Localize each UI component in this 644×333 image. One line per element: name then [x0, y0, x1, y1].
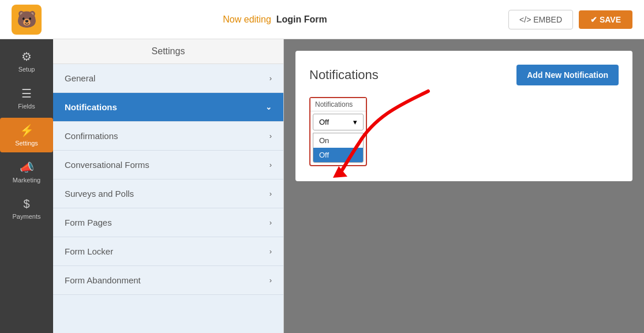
dropdown-chevron-icon: ▾: [353, 118, 357, 126]
dropdown-option-on[interactable]: On: [313, 133, 363, 148]
menu-label-surveys: Surveys and Polls: [65, 189, 134, 199]
sidebar-item-setup[interactable]: ⚙ Setup: [0, 44, 53, 78]
main-content: Notifications Add New Notification Notif…: [284, 39, 644, 333]
menu-label-notifications: Notifications: [65, 102, 117, 112]
menu-label-confirmations: Confirmations: [65, 131, 118, 141]
settings-tab-title: Settings: [152, 46, 185, 56]
logo-area: 🐻: [12, 5, 42, 35]
top-header: 🐻 Now editing Login Form </> EMBED ✔ SAV…: [0, 0, 644, 39]
add-notification-button[interactable]: Add New Notification: [516, 65, 619, 85]
menu-item-form-locker[interactable]: Form Locker ›: [53, 237, 283, 266]
menu-item-conversational[interactable]: Conversational Forms ›: [53, 151, 283, 179]
sidebar-item-fields[interactable]: ☰ Fields: [0, 81, 53, 115]
menu-label-form-locker: Form Locker: [65, 246, 113, 256]
fields-icon: ☰: [21, 87, 32, 100]
setup-icon: ⚙: [21, 50, 32, 63]
logo-icon: 🐻: [12, 5, 42, 35]
chevron-right-icon-2: ›: [269, 132, 272, 140]
svg-marker-0: [333, 166, 347, 178]
header-buttons: </> EMBED ✔ SAVE: [508, 10, 632, 29]
embed-button[interactable]: </> EMBED: [508, 10, 573, 29]
settings-icon: ⚡: [20, 124, 34, 137]
save-button[interactable]: ✔ SAVE: [579, 10, 632, 29]
menu-label-form-abandonment: Form Abandonment: [65, 275, 141, 285]
menu-item-surveys[interactable]: Surveys and Polls ›: [53, 179, 283, 208]
chevron-down-icon: ⌄: [265, 103, 272, 111]
chevron-right-icon-7: ›: [269, 276, 272, 285]
payments-icon: $: [23, 197, 29, 211]
sidebar-label-settings: Settings: [15, 140, 38, 147]
sidebar-label-payments: Payments: [13, 213, 41, 220]
chevron-right-icon-3: ›: [269, 160, 272, 169]
menu-item-general[interactable]: General ›: [53, 64, 283, 93]
sidebar-secondary: Settings General › Notifications ⌄ Confi…: [53, 39, 284, 333]
editing-prefix: Now editing: [223, 14, 271, 24]
notifications-panel-header: Notifications Add New Notification: [309, 65, 619, 85]
sidebar-label-fields: Fields: [18, 103, 35, 110]
menu-item-form-pages[interactable]: Form Pages ›: [53, 208, 283, 237]
widget-label: Notifications: [310, 98, 366, 111]
editing-label: Now editing Login Form: [223, 14, 327, 25]
dropdown-value: Off: [319, 118, 329, 126]
sidebar-dark: ⚙ Setup ☰ Fields ⚡ Settings 📣 Marketing …: [0, 39, 53, 333]
chevron-right-icon-6: ›: [269, 247, 272, 256]
sidebar-item-payments[interactable]: $ Payments: [0, 192, 53, 226]
sidebar-label-setup: Setup: [18, 66, 35, 73]
chevron-right-icon-5: ›: [269, 218, 272, 227]
marketing-icon: 📣: [20, 160, 34, 174]
sidebar-item-marketing[interactable]: 📣 Marketing: [0, 155, 53, 189]
dropdown-options: On Off: [313, 133, 364, 163]
notifications-widget: Notifications Off ▾ On Off: [309, 97, 367, 166]
menu-item-form-abandonment[interactable]: Form Abandonment ›: [53, 266, 283, 295]
notifications-panel-title: Notifications: [309, 68, 379, 83]
menu-item-confirmations[interactable]: Confirmations ›: [53, 122, 283, 151]
main-layout: ⚙ Setup ☰ Fields ⚡ Settings 📣 Marketing …: [0, 39, 644, 333]
menu-item-notifications[interactable]: Notifications ⌄: [53, 93, 283, 122]
chevron-right-icon: ›: [269, 74, 272, 83]
chevron-right-icon-4: ›: [269, 189, 272, 198]
sidebar-label-marketing: Marketing: [13, 177, 40, 184]
menu-label-general: General: [65, 73, 95, 83]
settings-tab-header: Settings: [53, 39, 283, 64]
sidebar-item-settings[interactable]: ⚡ Settings: [0, 118, 53, 152]
form-name: Login Form: [276, 14, 327, 24]
menu-label-conversational: Conversational Forms: [65, 160, 149, 170]
dropdown-option-off[interactable]: Off: [313, 148, 363, 162]
menu-label-form-pages: Form Pages: [65, 218, 112, 227]
notifications-panel: Notifications Add New Notification Notif…: [295, 51, 632, 181]
dropdown-selected[interactable]: Off ▾: [313, 114, 364, 130]
